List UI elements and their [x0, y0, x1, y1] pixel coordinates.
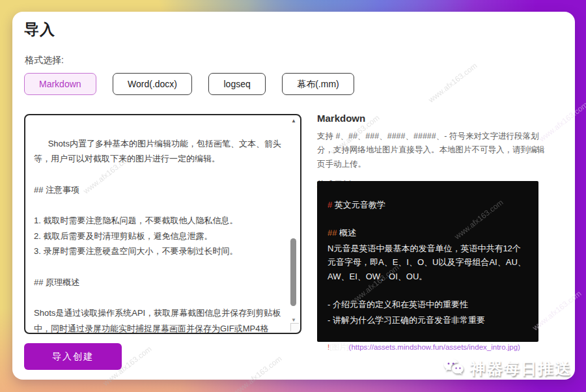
markdown-example-preview: # 英文元音教学 ## 概述 N元音是英语中最基本的发音单位，英语中共有12个元… [317, 181, 538, 342]
example-image-markdown: ![图片](https://assets.mindshow.fun/assets… [328, 341, 528, 354]
import-create-button[interactable]: 导入创建 [24, 343, 122, 370]
format-chip-group: Markdown Word(.docx) logseq 幕布(.mm) [24, 73, 368, 95]
format-chip-mubu[interactable]: 幕布(.mm) [282, 73, 354, 95]
page-title: 导入 [24, 20, 55, 40]
format-chip-markdown[interactable]: Markdown [24, 73, 96, 95]
format-info-panel: Markdown 支持 #、##、###、####、#####、- 符号来对文字… [317, 113, 550, 191]
format-select-label: 格式选择: [25, 55, 64, 66]
editor-text: Shots内置了多种基本的图片编辑功能，包括画笔、文本、箭头等，用户可以对截取下… [34, 139, 281, 334]
example-h1: # 英文元音教学 [328, 198, 528, 212]
h2-hash: ## [328, 228, 337, 238]
format-info-heading: Markdown [317, 113, 550, 124]
brand-badge: 神器每日推送 [443, 357, 572, 380]
example-paragraph: N元音是英语中最基本的发音单位，英语中共有12个元音字母，即A、E、I、O、U以… [328, 242, 528, 283]
example-h2: ## 概述 [328, 226, 528, 240]
scrollbar-thumb[interactable] [290, 238, 296, 306]
example-bullet-2: - 讲解为什么学习正确的元音发音非常重要 [328, 313, 528, 327]
format-info-description: 支持 #、##、###、####、#####、- 符号来对文字进行段落划分，支持… [317, 130, 550, 171]
brand-name: 神器每日推送 [470, 358, 572, 379]
markdown-source-textarea[interactable]: Shots内置了多种基本的图片编辑功能，包括画笔、文本、箭头等，用户可以对截取下… [24, 114, 301, 334]
wechat-icon [443, 357, 465, 380]
format-chip-word[interactable]: Word(.docx) [113, 73, 192, 95]
page-background: 导入 格式选择: Markdown Word(.docx) logseq 幕布(… [0, 0, 586, 392]
example-bullet-1: - 介绍元音的定义和在英语中的重要性 [328, 298, 528, 311]
format-chip-logseq[interactable]: logseq [208, 73, 265, 95]
image-url: (https://assets.mindshow.fun/assets/inde… [349, 343, 520, 351]
textarea-resize-handle[interactable] [290, 323, 299, 331]
import-dialog-card: 导入 格式选择: Markdown Word(.docx) logseq 幕布(… [12, 12, 575, 380]
editor-scrollbar[interactable]: ▲ ▼ [289, 117, 298, 324]
scroll-up-icon[interactable]: ▲ [289, 117, 298, 125]
